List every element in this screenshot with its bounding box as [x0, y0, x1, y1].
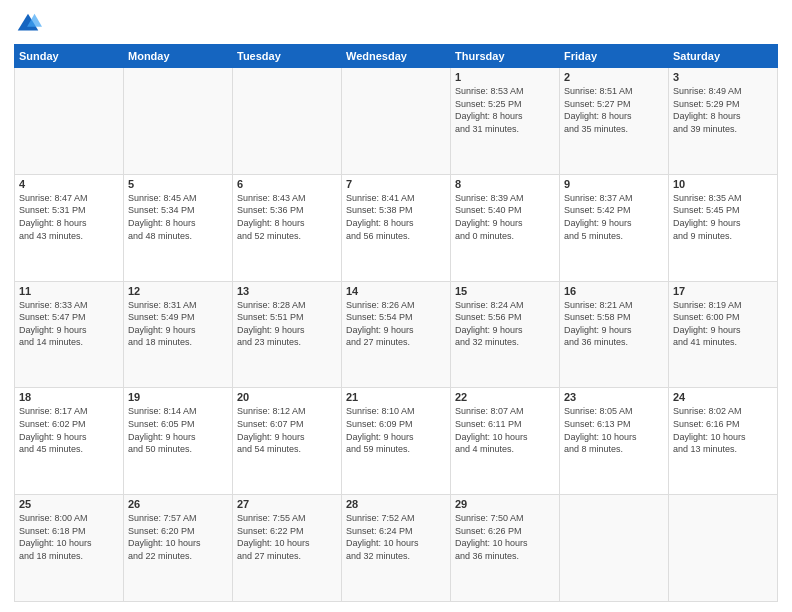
day-cell: 15Sunrise: 8:24 AM Sunset: 5:56 PM Dayli… [451, 281, 560, 388]
day-number: 3 [673, 71, 773, 83]
day-info: Sunrise: 8:19 AM Sunset: 6:00 PM Dayligh… [673, 299, 773, 349]
weekday-thursday: Thursday [451, 45, 560, 68]
day-info: Sunrise: 8:33 AM Sunset: 5:47 PM Dayligh… [19, 299, 119, 349]
day-info: Sunrise: 8:37 AM Sunset: 5:42 PM Dayligh… [564, 192, 664, 242]
day-cell: 3Sunrise: 8:49 AM Sunset: 5:29 PM Daylig… [669, 68, 778, 175]
day-cell: 11Sunrise: 8:33 AM Sunset: 5:47 PM Dayli… [15, 281, 124, 388]
weekday-header-row: SundayMondayTuesdayWednesdayThursdayFrid… [15, 45, 778, 68]
day-cell: 24Sunrise: 8:02 AM Sunset: 6:16 PM Dayli… [669, 388, 778, 495]
day-info: Sunrise: 8:02 AM Sunset: 6:16 PM Dayligh… [673, 405, 773, 455]
day-info: Sunrise: 8:47 AM Sunset: 5:31 PM Dayligh… [19, 192, 119, 242]
day-info: Sunrise: 8:28 AM Sunset: 5:51 PM Dayligh… [237, 299, 337, 349]
day-cell: 22Sunrise: 8:07 AM Sunset: 6:11 PM Dayli… [451, 388, 560, 495]
day-cell: 5Sunrise: 8:45 AM Sunset: 5:34 PM Daylig… [124, 174, 233, 281]
day-cell: 9Sunrise: 8:37 AM Sunset: 5:42 PM Daylig… [560, 174, 669, 281]
logo [14, 10, 46, 38]
day-cell: 1Sunrise: 8:53 AM Sunset: 5:25 PM Daylig… [451, 68, 560, 175]
day-cell: 13Sunrise: 8:28 AM Sunset: 5:51 PM Dayli… [233, 281, 342, 388]
day-info: Sunrise: 8:12 AM Sunset: 6:07 PM Dayligh… [237, 405, 337, 455]
calendar: SundayMondayTuesdayWednesdayThursdayFrid… [14, 44, 778, 602]
day-number: 18 [19, 391, 119, 403]
day-number: 21 [346, 391, 446, 403]
day-cell: 14Sunrise: 8:26 AM Sunset: 5:54 PM Dayli… [342, 281, 451, 388]
day-info: Sunrise: 8:53 AM Sunset: 5:25 PM Dayligh… [455, 85, 555, 135]
day-cell: 4Sunrise: 8:47 AM Sunset: 5:31 PM Daylig… [15, 174, 124, 281]
day-number: 17 [673, 285, 773, 297]
day-cell: 29Sunrise: 7:50 AM Sunset: 6:26 PM Dayli… [451, 495, 560, 602]
day-info: Sunrise: 8:39 AM Sunset: 5:40 PM Dayligh… [455, 192, 555, 242]
week-row-1: 1Sunrise: 8:53 AM Sunset: 5:25 PM Daylig… [15, 68, 778, 175]
day-number: 10 [673, 178, 773, 190]
day-cell: 20Sunrise: 8:12 AM Sunset: 6:07 PM Dayli… [233, 388, 342, 495]
week-row-2: 4Sunrise: 8:47 AM Sunset: 5:31 PM Daylig… [15, 174, 778, 281]
day-number: 5 [128, 178, 228, 190]
day-info: Sunrise: 8:26 AM Sunset: 5:54 PM Dayligh… [346, 299, 446, 349]
day-number: 12 [128, 285, 228, 297]
day-number: 22 [455, 391, 555, 403]
day-number: 1 [455, 71, 555, 83]
weekday-monday: Monday [124, 45, 233, 68]
day-number: 23 [564, 391, 664, 403]
day-info: Sunrise: 8:07 AM Sunset: 6:11 PM Dayligh… [455, 405, 555, 455]
day-number: 6 [237, 178, 337, 190]
day-cell: 26Sunrise: 7:57 AM Sunset: 6:20 PM Dayli… [124, 495, 233, 602]
day-cell [124, 68, 233, 175]
week-row-4: 18Sunrise: 8:17 AM Sunset: 6:02 PM Dayli… [15, 388, 778, 495]
day-number: 26 [128, 498, 228, 510]
day-number: 11 [19, 285, 119, 297]
day-cell: 21Sunrise: 8:10 AM Sunset: 6:09 PM Dayli… [342, 388, 451, 495]
day-cell: 23Sunrise: 8:05 AM Sunset: 6:13 PM Dayli… [560, 388, 669, 495]
day-number: 2 [564, 71, 664, 83]
day-cell [342, 68, 451, 175]
day-cell: 28Sunrise: 7:52 AM Sunset: 6:24 PM Dayli… [342, 495, 451, 602]
day-info: Sunrise: 8:10 AM Sunset: 6:09 PM Dayligh… [346, 405, 446, 455]
day-cell: 25Sunrise: 8:00 AM Sunset: 6:18 PM Dayli… [15, 495, 124, 602]
day-number: 25 [19, 498, 119, 510]
day-info: Sunrise: 8:00 AM Sunset: 6:18 PM Dayligh… [19, 512, 119, 562]
day-number: 9 [564, 178, 664, 190]
day-cell [669, 495, 778, 602]
header [14, 10, 778, 38]
week-row-5: 25Sunrise: 8:00 AM Sunset: 6:18 PM Dayli… [15, 495, 778, 602]
day-number: 19 [128, 391, 228, 403]
day-number: 8 [455, 178, 555, 190]
day-info: Sunrise: 7:50 AM Sunset: 6:26 PM Dayligh… [455, 512, 555, 562]
day-number: 14 [346, 285, 446, 297]
day-info: Sunrise: 8:45 AM Sunset: 5:34 PM Dayligh… [128, 192, 228, 242]
day-number: 20 [237, 391, 337, 403]
day-cell: 7Sunrise: 8:41 AM Sunset: 5:38 PM Daylig… [342, 174, 451, 281]
day-info: Sunrise: 8:41 AM Sunset: 5:38 PM Dayligh… [346, 192, 446, 242]
day-cell [15, 68, 124, 175]
week-row-3: 11Sunrise: 8:33 AM Sunset: 5:47 PM Dayli… [15, 281, 778, 388]
day-cell: 6Sunrise: 8:43 AM Sunset: 5:36 PM Daylig… [233, 174, 342, 281]
day-cell: 18Sunrise: 8:17 AM Sunset: 6:02 PM Dayli… [15, 388, 124, 495]
day-number: 28 [346, 498, 446, 510]
day-info: Sunrise: 7:52 AM Sunset: 6:24 PM Dayligh… [346, 512, 446, 562]
weekday-tuesday: Tuesday [233, 45, 342, 68]
day-number: 24 [673, 391, 773, 403]
day-cell: 19Sunrise: 8:14 AM Sunset: 6:05 PM Dayli… [124, 388, 233, 495]
day-info: Sunrise: 8:35 AM Sunset: 5:45 PM Dayligh… [673, 192, 773, 242]
day-info: Sunrise: 8:49 AM Sunset: 5:29 PM Dayligh… [673, 85, 773, 135]
day-info: Sunrise: 8:05 AM Sunset: 6:13 PM Dayligh… [564, 405, 664, 455]
day-cell: 10Sunrise: 8:35 AM Sunset: 5:45 PM Dayli… [669, 174, 778, 281]
day-number: 29 [455, 498, 555, 510]
day-cell: 27Sunrise: 7:55 AM Sunset: 6:22 PM Dayli… [233, 495, 342, 602]
day-number: 7 [346, 178, 446, 190]
day-info: Sunrise: 8:31 AM Sunset: 5:49 PM Dayligh… [128, 299, 228, 349]
day-number: 15 [455, 285, 555, 297]
day-info: Sunrise: 7:55 AM Sunset: 6:22 PM Dayligh… [237, 512, 337, 562]
day-cell: 8Sunrise: 8:39 AM Sunset: 5:40 PM Daylig… [451, 174, 560, 281]
day-info: Sunrise: 8:14 AM Sunset: 6:05 PM Dayligh… [128, 405, 228, 455]
weekday-sunday: Sunday [15, 45, 124, 68]
page: SundayMondayTuesdayWednesdayThursdayFrid… [0, 0, 792, 612]
weekday-wednesday: Wednesday [342, 45, 451, 68]
day-info: Sunrise: 8:24 AM Sunset: 5:56 PM Dayligh… [455, 299, 555, 349]
day-cell: 12Sunrise: 8:31 AM Sunset: 5:49 PM Dayli… [124, 281, 233, 388]
day-cell: 16Sunrise: 8:21 AM Sunset: 5:58 PM Dayli… [560, 281, 669, 388]
weekday-friday: Friday [560, 45, 669, 68]
day-info: Sunrise: 8:17 AM Sunset: 6:02 PM Dayligh… [19, 405, 119, 455]
logo-icon [14, 10, 42, 38]
day-info: Sunrise: 8:21 AM Sunset: 5:58 PM Dayligh… [564, 299, 664, 349]
day-cell [233, 68, 342, 175]
